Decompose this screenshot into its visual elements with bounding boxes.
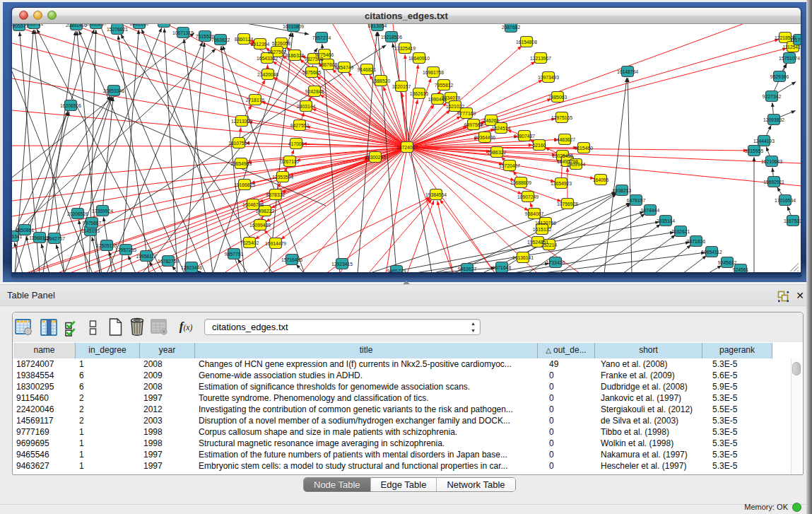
scrollbar-thumb[interactable] <box>792 362 801 375</box>
network-graph[interactable]: 8860124391239452260589327502165433628186… <box>12 24 801 274</box>
cell-short: Stergiakouli et al. (2012) <box>595 404 702 415</box>
table-panel-title: Table Panel <box>7 290 55 300</box>
svg-text:1371648: 1371648 <box>493 265 512 270</box>
svg-text:1909944: 1909944 <box>567 162 586 167</box>
cell-short: Nakamura et al. (1997) <box>595 449 702 460</box>
network-canvas[interactable]: 8860124391239452260589327502165433628186… <box>12 24 801 274</box>
svg-text:7357274: 7357274 <box>312 35 331 40</box>
tab-node-table[interactable]: Node Table <box>304 478 371 491</box>
column-header-year[interactable]: year <box>140 343 195 358</box>
cell-year: 1997 <box>140 460 195 472</box>
cell-year: 2008 <box>140 381 195 392</box>
svg-text:6497568: 6497568 <box>464 122 483 127</box>
gear-icon <box>24 327 32 335</box>
cell-out_de: 0 <box>538 460 595 472</box>
svg-text:7485063: 7485063 <box>548 95 567 100</box>
cell-title: Structural magnetic resonance image aver… <box>195 438 538 449</box>
panel-close-icon[interactable]: ✕ <box>794 290 806 301</box>
window-titlebar[interactable]: citations_edges.txt <box>12 8 801 24</box>
column-header-out_de[interactable]: △out_de... <box>538 343 595 358</box>
svg-text:10654112: 10654112 <box>701 250 722 255</box>
cell-pagerank: 5.3E-5 <box>702 392 772 404</box>
row-height-button[interactable] <box>89 320 97 336</box>
table-row[interactable]: 977716911998Corpus callosum shape and si… <box>13 426 792 438</box>
svg-text:12093832: 12093832 <box>763 117 784 122</box>
table-row[interactable]: 1456911722003Disruption of a novel membe… <box>13 415 792 426</box>
svg-text:9857791: 9857791 <box>225 252 244 257</box>
table-settings-button[interactable] <box>15 319 33 336</box>
svg-text:1167533: 1167533 <box>784 218 801 223</box>
tab-network-table[interactable]: Network Table <box>437 478 514 491</box>
svg-text:8454749: 8454749 <box>335 65 354 70</box>
svg-text:16107554: 16107554 <box>228 141 249 146</box>
column-header-title[interactable]: title <box>195 343 538 358</box>
svg-text:15720407: 15720407 <box>499 163 520 168</box>
cell-year: 1998 <box>140 426 195 438</box>
svg-text:10688609: 10688609 <box>510 180 531 185</box>
cell-out_de: 0 <box>538 415 595 426</box>
table-row[interactable]: 1872400712008Changes of HCN gene express… <box>13 358 792 370</box>
svg-text:7955812: 7955812 <box>435 83 454 88</box>
column-header-short[interactable]: short <box>595 343 702 358</box>
new-table-button[interactable] <box>109 318 122 336</box>
float-window-icon[interactable] <box>777 291 789 303</box>
split-pane-grip-icon[interactable] <box>403 281 410 284</box>
svg-text:5875685: 5875685 <box>302 70 322 75</box>
cell-year: 1997 <box>140 449 195 460</box>
table-vertical-scrollbar[interactable] <box>791 358 801 474</box>
svg-text:12213967: 12213967 <box>530 56 551 61</box>
svg-text:8938213: 8938213 <box>613 188 632 193</box>
svg-text:16782759: 16782759 <box>158 259 179 264</box>
cell-in_degree: 1 <box>76 460 140 472</box>
svg-text:16206506: 16206506 <box>60 103 81 108</box>
svg-text:12923415: 12923415 <box>331 262 353 267</box>
svg-text:62160: 62160 <box>533 143 546 148</box>
canvas-resize-grip[interactable] <box>787 260 799 272</box>
column-header-in_degree[interactable]: in_degree <box>76 343 140 358</box>
network-table-select[interactable]: citations_edges.txt ▲▼ <box>204 319 481 335</box>
svg-text:9242848: 9242848 <box>305 89 324 94</box>
svg-text:20853346: 20853346 <box>103 88 124 93</box>
table-row[interactable]: 911546021997Tourette syndrome. Phenomeno… <box>13 392 792 404</box>
table-row[interactable]: 2242004622012Investigating the contribut… <box>13 404 792 415</box>
svg-text:252214: 252214 <box>541 243 558 247</box>
cell-in_degree: 1 <box>76 358 140 370</box>
graph-node[interactable] <box>158 24 170 28</box>
cell-title: Estimation of the future numbers of pati… <box>195 449 538 460</box>
delete-table-button[interactable] <box>129 317 145 336</box>
cell-title: Estimation of significance thresholds fo… <box>195 381 538 392</box>
svg-text:8466160: 8466160 <box>130 24 149 26</box>
table-row[interactable]: 1830029562008Estimation of significance … <box>13 381 792 392</box>
table-column-headers: namein_degreeyeartitle△out_de...shortpag… <box>13 343 792 358</box>
svg-text:2935114: 2935114 <box>657 218 675 223</box>
svg-text:13654923: 13654923 <box>551 181 572 186</box>
svg-text:3220157: 3220157 <box>392 84 411 89</box>
svg-text:16961758: 16961758 <box>423 70 444 75</box>
tab-edge-table[interactable]: Edge Table <box>371 478 437 491</box>
svg-text:2803144: 2803144 <box>297 104 316 109</box>
svg-text:10046788: 10046788 <box>242 202 264 207</box>
cell-out_de: 0 <box>538 381 595 392</box>
window-bottom-border <box>12 272 801 276</box>
column-header-name[interactable]: name <box>13 343 76 358</box>
svg-text:15276021: 15276021 <box>107 27 128 32</box>
status-bar: Memory: OK <box>0 504 806 514</box>
select-rows-button[interactable] <box>65 321 80 337</box>
svg-text:19654983: 19654983 <box>230 161 252 166</box>
show-columns-button[interactable] <box>40 319 57 336</box>
table-row[interactable]: 1938455462009Genome-wide association stu… <box>13 370 792 381</box>
svg-text:19958117: 19958117 <box>136 254 157 259</box>
function-builder-button[interactable]: f(x) <box>177 319 195 335</box>
cell-year: 2003 <box>140 415 195 426</box>
svg-text:3912394: 3912394 <box>251 42 270 47</box>
cell-short: Tibbo et al. (1998) <box>595 426 702 438</box>
column-header-pagerank[interactable]: pagerank <box>702 343 772 358</box>
table-panel-header: Table Panel ✕ <box>0 285 812 306</box>
table-row[interactable]: 969969511998Structural magnetic resonanc… <box>13 438 792 449</box>
cell-out_de: 0 <box>538 438 595 449</box>
table-row[interactable]: 946554611997Estimation of the future num… <box>13 449 792 460</box>
app-right-edge <box>806 0 812 514</box>
svg-text:5226058: 5226058 <box>272 41 291 46</box>
table-row[interactable]: 946362711997Embryonic stem cells: a mode… <box>13 460 792 472</box>
svg-text:13325419: 13325419 <box>394 46 416 51</box>
